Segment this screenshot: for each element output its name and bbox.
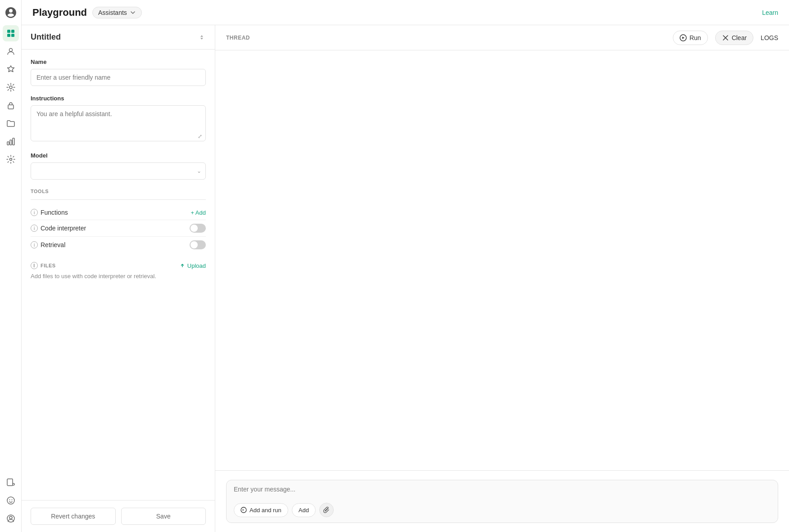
sidebar-item-playground[interactable] [3, 25, 19, 41]
files-info-icon[interactable]: i [31, 262, 38, 269]
instructions-textarea-wrapper: ⤢ [31, 105, 206, 143]
mode-badge[interactable]: Assistants [92, 7, 142, 18]
code-interpreter-left: i Code interpreter [31, 225, 86, 232]
svg-point-13 [11, 500, 12, 500]
svg-point-12 [9, 500, 10, 500]
clear-icon [722, 34, 729, 41]
functions-add-button[interactable]: + Add [190, 209, 206, 216]
name-input[interactable] [31, 69, 206, 86]
sidebar-item-builds[interactable] [3, 61, 19, 77]
sidebar-item-users[interactable] [3, 43, 19, 59]
add-and-run-button[interactable]: Add and run [234, 503, 288, 517]
sidebar [0, 0, 22, 532]
files-hint: Add files to use with code interpreter o… [31, 273, 206, 280]
functions-left: i Functions [31, 209, 68, 216]
chevron-down-icon [130, 9, 136, 16]
clear-label: Clear [732, 34, 747, 41]
code-interpreter-row: i Code interpreter [31, 220, 206, 237]
svg-rect-7 [7, 142, 9, 145]
svg-rect-2 [7, 34, 10, 37]
sidebar-bottom [3, 474, 19, 527]
learn-link[interactable]: Learn [762, 9, 778, 16]
upload-label: Upload [187, 262, 206, 269]
sidebar-item-settings[interactable] [3, 151, 19, 167]
message-actions: Add and run Add [234, 503, 771, 517]
code-interpreter-info-icon[interactable]: i [31, 225, 38, 232]
app-header: Playground Assistants Learn [22, 0, 789, 25]
tools-section: TOOLS i Functions + Add [31, 189, 206, 253]
sidebar-item-tools[interactable] [3, 79, 19, 95]
thread-label: THREAD [226, 35, 250, 41]
sidebar-item-smiley[interactable] [3, 492, 19, 509]
files-row: i FILES Upload [31, 262, 206, 269]
run-label: Run [689, 34, 701, 41]
sidebar-item-avatar[interactable] [3, 510, 19, 527]
svg-rect-0 [7, 30, 10, 33]
name-label: Name [31, 59, 206, 65]
retrieval-toggle[interactable] [190, 240, 206, 249]
attach-button[interactable] [319, 503, 334, 517]
svg-rect-9 [13, 138, 14, 145]
thread-header: THREAD Run Clear LOGS [215, 25, 789, 50]
svg-point-4 [9, 49, 12, 52]
add-and-run-label: Add and run [249, 507, 281, 514]
functions-info-icon[interactable]: i [31, 209, 38, 216]
code-interpreter-name: Code interpreter [41, 225, 86, 232]
add-and-run-icon [240, 507, 247, 513]
svg-point-15 [9, 516, 12, 519]
tools-label: TOOLS [31, 189, 206, 194]
sidebar-item-book[interactable] [3, 474, 19, 491]
expand-icon[interactable]: ⤢ [198, 133, 202, 140]
message-box: Add and run Add [226, 480, 778, 523]
add-button[interactable]: Add [292, 503, 316, 517]
sidebar-item-chart[interactable] [3, 133, 19, 149]
right-panel: THREAD Run Clear LOGS [215, 25, 789, 532]
model-select[interactable] [31, 162, 206, 180]
run-button[interactable]: Run [673, 31, 708, 45]
clear-button[interactable]: Clear [715, 31, 753, 45]
attach-icon [323, 507, 330, 513]
files-section: i FILES Upload Add files to use with cod… [31, 262, 206, 280]
left-panel: Untitled Name Instruction [22, 25, 215, 532]
files-label: FILES [41, 263, 56, 268]
sidebar-item-folder[interactable] [3, 115, 19, 131]
page-title: Playground [32, 7, 87, 18]
thread-body [215, 50, 789, 470]
code-interpreter-toggle[interactable] [190, 224, 206, 233]
instructions-textarea[interactable] [31, 105, 206, 141]
save-button[interactable]: Save [121, 508, 206, 525]
retrieval-row: i Retrieval [31, 237, 206, 253]
svg-rect-8 [10, 140, 12, 145]
svg-rect-3 [11, 34, 14, 37]
model-label: Model [31, 152, 206, 159]
model-select-wrapper: ⌄ [31, 162, 206, 180]
logs-label[interactable]: LOGS [761, 34, 778, 41]
upload-icon [179, 262, 186, 269]
panel-body: Name Instructions ⤢ Model [22, 50, 215, 500]
upload-button[interactable]: Upload [179, 262, 206, 269]
instructions-field-group: Instructions ⤢ [31, 95, 206, 143]
functions-add-label: + Add [190, 209, 206, 216]
message-input-area: Add and run Add [215, 470, 789, 532]
model-field-group: Model ⌄ [31, 152, 206, 180]
panel-footer: Revert changes Save [22, 500, 215, 532]
sidebar-item-lock[interactable] [3, 97, 19, 113]
revert-button[interactable]: Revert changes [31, 508, 116, 525]
retrieval-info-icon[interactable]: i [31, 241, 38, 248]
content-area: Untitled Name Instruction [22, 25, 789, 532]
retrieval-name: Retrieval [41, 241, 65, 248]
run-icon [680, 34, 687, 41]
svg-point-11 [7, 497, 14, 504]
svg-rect-1 [11, 30, 14, 33]
panel-header: Untitled [22, 25, 215, 50]
files-label-group: i FILES [31, 262, 56, 269]
app-logo [4, 5, 18, 20]
svg-rect-6 [8, 105, 14, 109]
functions-name: Functions [41, 209, 68, 216]
message-input[interactable] [234, 486, 771, 496]
tools-divider [31, 199, 206, 200]
main-content: Playground Assistants Learn Untitled [22, 0, 789, 532]
sort-icon[interactable] [198, 33, 206, 41]
retrieval-left: i Retrieval [31, 241, 65, 248]
name-field-group: Name [31, 59, 206, 86]
